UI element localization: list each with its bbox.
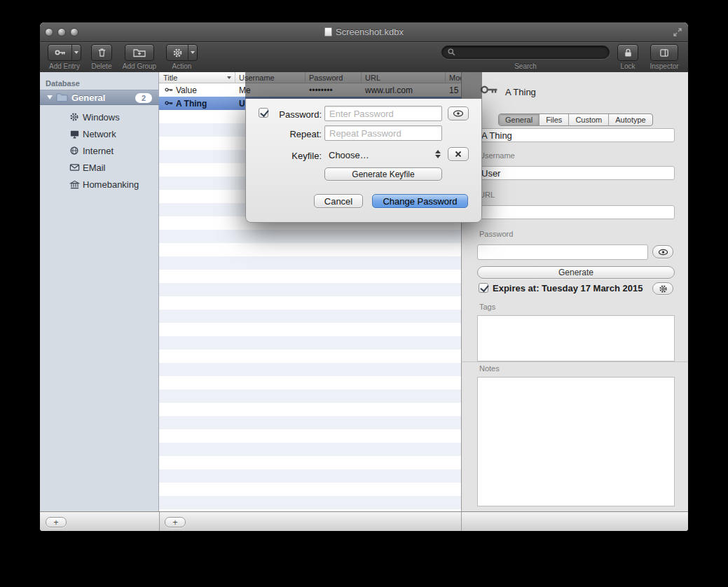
minimize-button[interactable]: [57, 28, 66, 36]
title-bar[interactable]: Screenshot.kdbx: [40, 22, 688, 42]
trash-icon: [97, 47, 107, 58]
add-group-plus-button[interactable]: +: [46, 517, 67, 527]
sidebar-item-email[interactable]: EMail: [40, 159, 159, 176]
inspector-label: Inspector: [643, 62, 685, 70]
folder-icon: [56, 92, 68, 102]
reveal-password-button[interactable]: [448, 106, 469, 120]
add-group-button[interactable]: [125, 44, 154, 61]
sidebar-item-windows[interactable]: Windows: [40, 109, 159, 125]
lock-icon: [623, 48, 633, 58]
cancel-button[interactable]: Cancel: [314, 194, 363, 208]
sidebar-item-homebanking[interactable]: Homebanking: [40, 176, 159, 193]
delete-button[interactable]: [91, 44, 112, 61]
divider: [461, 512, 462, 531]
document-icon: [324, 27, 332, 36]
sheet-repeat-label: Repeat:: [267, 129, 322, 139]
action-label: Action: [162, 62, 202, 70]
url-field[interactable]: [477, 205, 675, 219]
group-badge: 2: [135, 93, 152, 103]
search-input[interactable]: [441, 46, 610, 59]
inspector-entry-title: A Thing: [505, 87, 536, 97]
gear-icon: [69, 111, 80, 123]
tags-field[interactable]: [477, 315, 675, 361]
password-field[interactable]: [477, 244, 648, 260]
key-icon: [49, 47, 71, 58]
sidebar-header: Database: [46, 79, 80, 88]
generate-password-button[interactable]: Generate: [477, 266, 675, 279]
password-input[interactable]: [324, 106, 442, 121]
notes-label: Notes: [479, 364, 500, 373]
window-title-group: Screenshot.kdbx: [324, 27, 404, 37]
action-button[interactable]: [166, 44, 198, 61]
column-separator: [235, 72, 235, 83]
notes-field[interactable]: [477, 377, 675, 506]
clear-keyfile-button[interactable]: [448, 147, 469, 161]
lock-button[interactable]: [617, 44, 638, 61]
disclosure-triangle-icon[interactable]: [47, 95, 53, 99]
change-password-sheet: Password: Repeat: Keyfile: Choose… Gener…: [245, 99, 482, 223]
title-field[interactable]: [477, 128, 675, 142]
change-password-button[interactable]: Change Password: [372, 194, 468, 208]
close-icon: [455, 151, 462, 158]
username-field[interactable]: [477, 166, 675, 180]
search-label: Search: [441, 62, 610, 70]
fullscreen-icon[interactable]: [673, 27, 682, 37]
bank-icon: [69, 179, 80, 190]
inspector-panel-icon: [659, 48, 670, 58]
sidebar-item-network[interactable]: Network: [40, 125, 159, 142]
close-button[interactable]: [45, 28, 53, 36]
divider: [159, 512, 160, 531]
reveal-password-button[interactable]: [652, 245, 673, 258]
generate-keyfile-button[interactable]: Generate Keyfile: [324, 167, 442, 181]
gear-icon: [167, 48, 188, 58]
key-icon: [165, 99, 173, 107]
expires-checkbox[interactable]: [479, 283, 488, 293]
sidebar-group-general[interactable]: General 2: [40, 90, 159, 105]
mail-icon: [69, 162, 80, 173]
repeat-password-input[interactable]: [324, 125, 442, 141]
sheet-keyfile-label: Keyfile:: [267, 151, 322, 161]
sheet-shadow-overlay: [245, 72, 482, 99]
lock-label: Lock: [607, 62, 649, 70]
window-title: Screenshot.kdbx: [336, 27, 404, 37]
password-settings-button[interactable]: [652, 282, 673, 295]
display-icon: [69, 128, 80, 139]
add-entry-plus-button[interactable]: +: [165, 517, 186, 527]
tab-autotype[interactable]: Autotype: [609, 114, 652, 125]
toolbar: Add Entry Delete Add Group: [40, 42, 688, 72]
inspector-button[interactable]: [650, 44, 678, 61]
search-field[interactable]: [459, 48, 604, 57]
content-area: Database General 2 Windows Network: [40, 72, 688, 511]
app-window: Screenshot.kdbx Add Entry Delete: [40, 22, 688, 531]
cell-title: A Thing: [176, 99, 207, 109]
keyfile-popup[interactable]: Choose…: [324, 148, 442, 162]
expires-label: Expires at: Tuesday 17 March 2015: [493, 283, 643, 294]
eye-icon: [658, 249, 668, 256]
search-icon: [447, 48, 456, 57]
add-entry-button[interactable]: [48, 44, 81, 61]
tags-label: Tags: [479, 303, 495, 311]
chevron-down-icon: [74, 51, 78, 54]
bottom-bar: + +: [40, 511, 688, 531]
sidebar-group-label: General: [71, 92, 105, 103]
tab-general[interactable]: General: [499, 114, 540, 125]
sort-indicator-icon: [227, 76, 231, 79]
tab-files[interactable]: Files: [540, 114, 569, 125]
inspector-tabs: General Files Custom Autotype: [498, 113, 653, 126]
key-icon: [165, 85, 173, 94]
tab-custom[interactable]: Custom: [569, 114, 609, 125]
gear-icon: [659, 284, 668, 294]
sidebar: Database General 2 Windows Network: [40, 72, 159, 511]
chevron-down-icon: [191, 51, 195, 54]
add-group-label: Add Group: [118, 62, 160, 70]
zoom-button[interactable]: [70, 28, 78, 36]
key-icon: [480, 81, 498, 99]
inspector-panel: A Thing General Files Custom Autotype Us…: [461, 72, 688, 511]
password-label: Password: [479, 230, 513, 238]
username-label: Username: [479, 151, 515, 160]
column-header-title[interactable]: Title: [163, 74, 177, 82]
folder-plus-icon: [132, 47, 146, 58]
delete-label: Delete: [86, 62, 117, 70]
stepper-icon[interactable]: [435, 150, 441, 158]
sidebar-item-internet[interactable]: Internet: [40, 142, 159, 159]
